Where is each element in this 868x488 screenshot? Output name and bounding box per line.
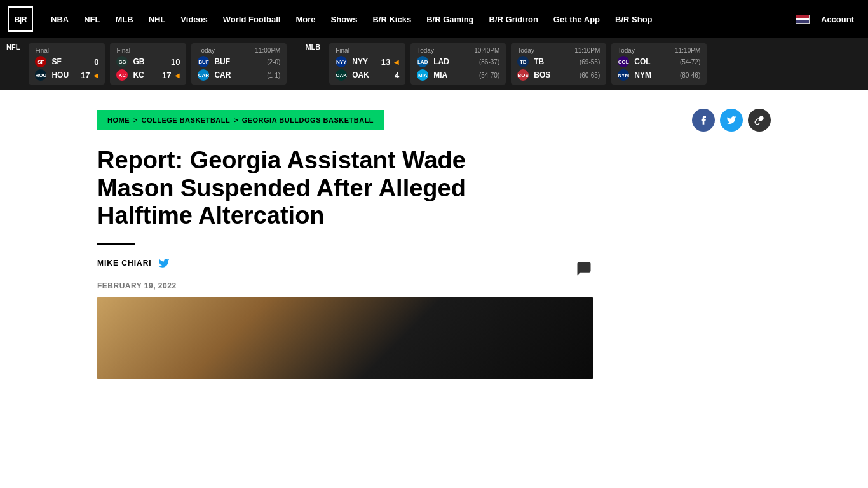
score-row-col: COL COL (54-72) <box>618 56 700 67</box>
nyy-logo: NYY <box>336 56 347 67</box>
nav-item-br-gaming[interactable]: B/R Gaming <box>419 0 481 38</box>
share-twitter-button[interactable] <box>720 109 743 132</box>
score-row-nym: NYM NYM (80-46) <box>618 69 700 81</box>
article-title: Report: Georgia Assistant Wade Mason Sus… <box>97 147 542 230</box>
nav-item-more[interactable]: More <box>288 0 323 38</box>
nyy-score: 13 <box>377 57 390 67</box>
score-card-sf-hou[interactable]: Final SF SF 0 HOU HOU 17 ◀ <box>29 43 105 85</box>
nav-item-get-app[interactable]: Get the App <box>546 0 607 38</box>
hou-logo: HOU <box>35 69 46 81</box>
article-image <box>97 297 593 379</box>
score-header-mlb2: Today 10:40PM <box>417 47 499 54</box>
nav-item-world-football[interactable]: World Football <box>215 0 288 38</box>
score-card-lad-mia[interactable]: Today 10:40PM LAD LAD (86-37) MIA MIA (5… <box>410 43 506 85</box>
gb-abbr: GB <box>133 57 165 66</box>
hou-winner-arrow: ◀ <box>93 72 98 79</box>
share-link-button[interactable] <box>748 109 771 132</box>
oak-abbr: OAK <box>352 71 384 79</box>
car-abbr: CAR <box>214 71 246 79</box>
nav-item-br-gridiron[interactable]: B/R Gridiron <box>482 0 546 38</box>
nym-abbr: NYM <box>634 71 666 79</box>
col-logo: COL <box>618 56 629 67</box>
article-divider <box>97 243 135 245</box>
score-card-col-nym[interactable]: Today 11:10PM COL COL (54-72) NYM NYM (8… <box>611 43 707 85</box>
mia-record: (54-70) <box>468 72 499 79</box>
nfl-label: NFL <box>6 43 26 85</box>
nav-item-nhl[interactable]: NHL <box>141 0 173 38</box>
buf-record: (2-0) <box>248 58 280 65</box>
scores-bar: NFL Final SF SF 0 HOU HOU 17 ◀ Final <box>0 38 868 90</box>
flag-icon <box>796 15 810 24</box>
hou-score: 17 <box>77 71 90 80</box>
nav-item-br-kicks[interactable]: B/R Kicks <box>365 0 419 38</box>
score-row-hou: HOU HOU 17 ◀ <box>35 69 98 81</box>
navigation: B|R NBA NFL MLB NHL Videos World Footbal… <box>0 0 868 38</box>
col-abbr: COL <box>634 57 666 66</box>
kc-abbr: KC <box>133 71 156 79</box>
nyy-winner-arrow: ◀ <box>394 58 399 65</box>
breadcrumb-georgia[interactable]: GEORGIA BULLDOGS BASKETBALL <box>242 116 374 124</box>
score-row-gb: GB GB 10 <box>116 56 180 67</box>
breadcrumb-sep1: > <box>133 116 137 124</box>
account-button[interactable]: Account <box>815 15 860 24</box>
score-row-buf: BUF BUF (2-0) <box>198 56 280 67</box>
nym-logo: NYM <box>618 69 629 81</box>
nav-item-videos[interactable]: Videos <box>173 0 215 38</box>
br-logo[interactable]: B|R <box>8 6 33 32</box>
share-icons <box>692 109 771 132</box>
author-name: MIKE CHIARI <box>97 259 152 268</box>
comment-button[interactable] <box>575 260 593 280</box>
scores-divider <box>297 43 297 85</box>
bos-abbr: BOS <box>534 71 566 79</box>
score-card-tb-bos[interactable]: Today 11:10PM TB TB (69-55) BOS BOS (60-… <box>511 43 606 85</box>
breadcrumb-sep2: > <box>234 116 238 124</box>
score-row-mia: MIA MIA (54-70) <box>417 69 499 81</box>
nav-item-nfl[interactable]: NFL <box>76 0 107 38</box>
kc-winner-arrow: ◀ <box>175 72 180 79</box>
sf-logo: SF <box>35 56 46 67</box>
col-record: (54-72) <box>668 58 700 65</box>
mia-logo: MIA <box>417 69 428 81</box>
nav-right: Account <box>796 15 860 24</box>
score-row-bos: BOS BOS (60-65) <box>517 69 600 81</box>
mia-abbr: MIA <box>433 71 465 79</box>
nav-item-mlb[interactable]: MLB <box>107 0 140 38</box>
nav-items: NBA NFL MLB NHL Videos World Football Mo… <box>43 0 796 38</box>
nav-item-br-shop[interactable]: B/R Shop <box>607 0 660 38</box>
score-header-mlb3: Today 11:10PM <box>517 47 600 54</box>
author-twitter-icon[interactable] <box>158 257 170 269</box>
score-header-1: Final <box>35 47 98 54</box>
scores-inner: NFL Final SF SF 0 HOU HOU 17 ◀ Final <box>0 43 868 85</box>
oak-logo: OAK <box>336 69 347 81</box>
score-card-gb-kc[interactable]: Final GB GB 10 KC KC 17 ◀ <box>110 43 186 85</box>
nav-item-shows[interactable]: Shows <box>323 0 365 38</box>
tb-abbr: TB <box>534 57 566 66</box>
score-header-mlb1: Final <box>336 47 399 54</box>
breadcrumb-home[interactable]: HOME <box>107 116 130 124</box>
car-logo: CAR <box>198 69 209 81</box>
breadcrumb-row: HOME > COLLEGE BASKETBALL > GEORGIA BULL… <box>97 109 771 132</box>
score-row-car: CAR CAR (1-1) <box>198 69 280 81</box>
score-card-nyy-oak[interactable]: Final NYY NYY 13 ◀ OAK OAK 4 <box>329 43 405 85</box>
sf-score: 0 <box>86 57 98 67</box>
gb-logo: GB <box>116 56 128 67</box>
tb-record: (69-55) <box>568 58 600 65</box>
sf-abbr: SF <box>51 57 83 66</box>
share-facebook-button[interactable] <box>692 109 715 132</box>
article-meta: MIKE CHIARI <box>97 257 177 269</box>
tb-logo: TB <box>517 56 529 67</box>
score-header-mlb4: Today 11:10PM <box>618 47 700 54</box>
hou-abbr: HOU <box>51 71 74 79</box>
breadcrumb-college-basketball[interactable]: COLLEGE BASKETBALL <box>141 116 230 124</box>
car-record: (1-1) <box>248 72 280 79</box>
score-header-3: Today 11:00PM <box>198 47 280 54</box>
link-icon <box>754 115 764 125</box>
lad-record: (86-37) <box>468 58 499 65</box>
bos-record: (60-65) <box>568 72 600 79</box>
breadcrumb[interactable]: HOME > COLLEGE BASKETBALL > GEORGIA BULL… <box>97 110 384 130</box>
article-meta-left: MIKE CHIARI FEBRUARY 19, 2022 <box>97 257 177 290</box>
article-meta-wrapper: MIKE CHIARI FEBRUARY 19, 2022 <box>97 257 593 290</box>
score-card-buf-car[interactable]: Today 11:00PM BUF BUF (2-0) CAR CAR (1-1… <box>191 43 287 85</box>
score-row-kc: KC KC 17 ◀ <box>116 69 180 81</box>
nav-item-nba[interactable]: NBA <box>43 0 76 38</box>
